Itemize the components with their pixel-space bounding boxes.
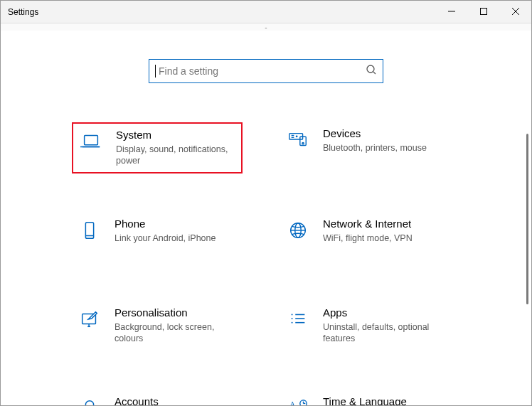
tile-title: Personalisation [115, 307, 235, 319]
svg-rect-6 [85, 136, 98, 145]
minimize-button[interactable] [435, 1, 467, 22]
scrollbar[interactable] [523, 134, 531, 319]
text-caret [155, 65, 156, 78]
time-language-icon: A 字 [287, 397, 313, 406]
tile-desc: Bluetooth, printers, mouse [323, 142, 427, 154]
tile-desc: Background, lock screen, colours [115, 321, 235, 345]
laptop-icon [80, 131, 106, 155]
titlebar: Settings [1, 1, 531, 23]
svg-point-4 [367, 65, 374, 73]
svg-rect-1 [480, 9, 486, 15]
tile-system[interactable]: System Display, sound, notifications, po… [72, 122, 243, 173]
tile-accounts[interactable]: Accounts Your accounts, email, sync, wor… [72, 390, 243, 406]
tile-devices[interactable]: Devices Bluetooth, printers, mouse [280, 122, 451, 173]
tile-phone[interactable]: Phone Link your Android, iPhone [72, 213, 243, 262]
search-box[interactable] [149, 59, 383, 83]
close-button[interactable] [499, 1, 531, 22]
svg-line-5 [373, 72, 376, 74]
svg-point-28 [85, 401, 93, 406]
apps-icon [287, 309, 313, 333]
svg-point-12 [302, 143, 304, 144]
tile-title: Network & Internet [323, 218, 413, 230]
tile-desc: Link your Android, iPhone [115, 233, 216, 244]
tile-apps[interactable]: Apps Uninstall, defaults, optional featu… [280, 301, 451, 351]
tile-desc: Display, sound, notifications, power [116, 144, 234, 167]
tile-desc: Uninstall, defaults, optional features [323, 321, 444, 345]
tile-desc: WiFi, flight mode, VPN [323, 233, 413, 244]
tile-personalisation[interactable]: Personalisation Background, lock screen,… [72, 301, 243, 351]
svg-text:A: A [289, 400, 296, 406]
tile-title: Accounts [115, 396, 235, 406]
subtitle-bar: - [1, 23, 531, 31]
tile-network[interactable]: Network & Internet WiFi, flight mode, VP… [280, 213, 451, 262]
tile-title: Devices [323, 128, 427, 140]
tile-title: System [116, 129, 234, 141]
search-input[interactable] [157, 65, 356, 78]
scrollbar-thumb[interactable] [526, 134, 528, 304]
content-area: System Display, sound, notifications, po… [1, 31, 531, 406]
tile-title: Time & Language [323, 396, 407, 406]
tile-title: Phone [115, 218, 216, 230]
search-icon [366, 64, 377, 78]
accounts-icon [79, 397, 105, 406]
tile-title: Apps [323, 307, 444, 319]
window-title: Settings [8, 7, 38, 17]
globe-icon [287, 220, 313, 244]
tile-time-language[interactable]: A 字 Time & Language Speech, region, date [280, 390, 451, 406]
devices-icon [287, 129, 313, 154]
personalisation-icon [79, 309, 105, 333]
phone-icon [79, 220, 105, 244]
settings-grid: System Display, sound, notifications, po… [72, 122, 460, 406]
maximize-button[interactable] [467, 1, 499, 22]
svg-point-13 [296, 136, 297, 137]
